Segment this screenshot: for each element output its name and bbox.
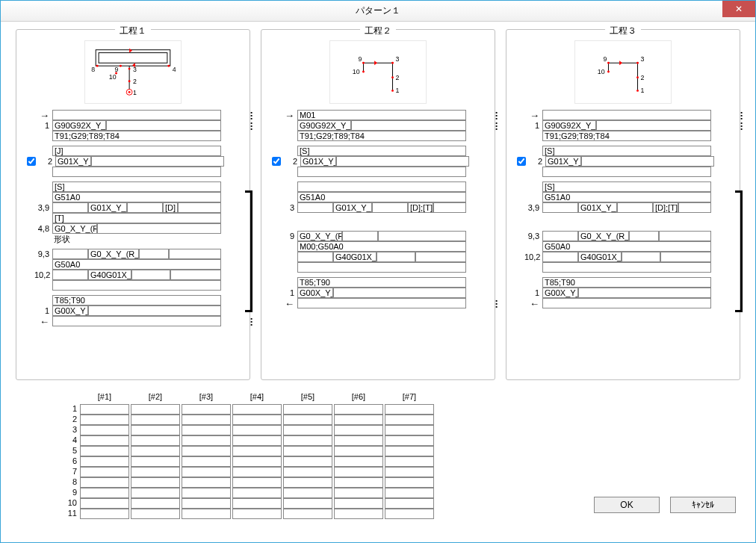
code-field[interactable]: T85;T90 (297, 277, 466, 288)
grid-cell[interactable] (182, 446, 231, 456)
code-field[interactable]: [S] (542, 181, 711, 192)
grid-cell[interactable] (283, 498, 332, 509)
code-field[interactable] (336, 156, 469, 167)
code-field[interactable]: G00X_Y_ (542, 288, 578, 298)
grid-cell[interactable] (334, 509, 383, 519)
grid-cell[interactable] (131, 509, 180, 519)
grid-cell[interactable] (182, 488, 231, 498)
grid-cell[interactable] (80, 488, 129, 498)
more-menu-icon[interactable]: ■■■ (251, 317, 252, 326)
code-field[interactable]: T91;G29;T89;T84 (542, 131, 711, 141)
grid-cell[interactable] (283, 446, 332, 456)
code-field[interactable]: G40G01X_Y_ (88, 270, 131, 280)
code-field[interactable]: [S] (542, 146, 711, 156)
grid-cell[interactable] (80, 498, 129, 509)
code-field[interactable] (52, 167, 221, 177)
grid-cell[interactable] (80, 477, 129, 488)
code-field[interactable] (542, 110, 711, 120)
code-field[interactable] (297, 252, 333, 262)
grid-cell[interactable] (232, 498, 282, 509)
code-field[interactable]: G40G01X_Y_ (578, 252, 622, 262)
code-field[interactable] (372, 202, 408, 213)
grid-cell[interactable] (283, 404, 332, 415)
grid-cell[interactable] (131, 477, 180, 488)
code-field[interactable] (678, 202, 711, 213)
grid-cell[interactable] (385, 435, 434, 446)
grid-cell[interactable] (385, 498, 434, 509)
code-field[interactable]: G0_X_Y_(R_) (297, 231, 342, 241)
grid-cell[interactable] (131, 435, 180, 446)
grid-cell[interactable] (182, 467, 231, 477)
code-field[interactable] (342, 231, 378, 241)
grid-cell[interactable] (131, 425, 180, 435)
code-field[interactable]: G50A0 (542, 241, 711, 252)
code-field[interactable] (297, 298, 466, 308)
grid-cell[interactable] (182, 415, 231, 425)
code-field[interactable] (542, 298, 711, 308)
code-field[interactable] (297, 262, 466, 273)
grid-cell[interactable] (131, 456, 180, 467)
grid-cell[interactable] (80, 435, 129, 446)
grid-cell[interactable] (232, 488, 282, 498)
grid-cell[interactable] (80, 404, 129, 415)
code-field[interactable]: G90G92X_Y_ (542, 120, 596, 131)
grid-cell[interactable] (334, 404, 383, 415)
code-field[interactable] (169, 249, 221, 259)
code-field[interactable] (617, 202, 653, 213)
grid-cell[interactable] (232, 446, 282, 456)
grid-cell[interactable] (385, 467, 434, 477)
code-field[interactable]: T91;G29;T89;T84 (297, 131, 466, 141)
code-field[interactable] (542, 231, 578, 241)
grid-cell[interactable] (131, 404, 180, 415)
row-checkbox[interactable] (27, 157, 36, 166)
code-field[interactable] (52, 316, 221, 326)
code-field[interactable]: G0_X_Y_(R_) (88, 249, 139, 259)
grid-cell[interactable] (385, 425, 434, 435)
code-field[interactable]: T85;T90 (52, 295, 221, 305)
grid-cell[interactable] (182, 509, 231, 519)
code-field[interactable] (596, 120, 711, 131)
code-field[interactable]: G01X_Y_ (578, 202, 617, 213)
code-field[interactable]: G0_X_Y_(R_) (578, 231, 629, 241)
row-checkbox[interactable] (272, 157, 281, 166)
code-field[interactable] (91, 156, 224, 167)
code-field[interactable] (170, 270, 221, 280)
code-field[interactable]: [S] (52, 181, 221, 192)
grid-cell[interactable] (232, 404, 282, 415)
grid-cell[interactable] (232, 467, 282, 477)
code-field[interactable]: [D];[T] (653, 202, 678, 213)
grid-cell[interactable] (131, 446, 180, 456)
grid-cell[interactable] (182, 477, 231, 488)
code-field[interactable]: T85;T90 (542, 277, 711, 288)
grid-cell[interactable] (283, 488, 332, 498)
grid-cell[interactable] (131, 467, 180, 477)
grid-cell[interactable] (131, 498, 180, 509)
more-menu-icon[interactable]: ■■■ (251, 122, 252, 130)
code-field[interactable]: [S] (297, 146, 466, 156)
code-field[interactable]: G51A0 (542, 192, 711, 202)
grid-cell[interactable] (232, 477, 282, 488)
code-field[interactable] (131, 270, 170, 280)
grid-cell[interactable] (334, 435, 383, 446)
code-field[interactable]: G00X_Y_ (52, 305, 88, 316)
grid-cell[interactable] (232, 415, 282, 425)
code-field[interactable] (581, 156, 714, 167)
code-field[interactable] (52, 110, 221, 120)
grid-cell[interactable] (334, 477, 383, 488)
code-field[interactable] (660, 252, 711, 262)
grid-cell[interactable] (385, 404, 434, 415)
more-menu-icon[interactable]: ■■■ (496, 300, 498, 308)
grid-cell[interactable] (182, 435, 231, 446)
code-field[interactable] (139, 249, 169, 259)
code-field[interactable] (52, 280, 221, 291)
grid-cell[interactable] (182, 425, 231, 435)
code-field[interactable] (415, 252, 466, 262)
code-field[interactable]: G01X_Y_ (333, 202, 372, 213)
code-field[interactable] (542, 202, 578, 213)
grid-cell[interactable] (385, 446, 434, 456)
row-checkbox[interactable] (517, 157, 526, 166)
code-field[interactable] (622, 252, 660, 262)
code-field[interactable] (178, 202, 221, 213)
grid-cell[interactable] (385, 415, 434, 425)
grid-cell[interactable] (283, 415, 332, 425)
